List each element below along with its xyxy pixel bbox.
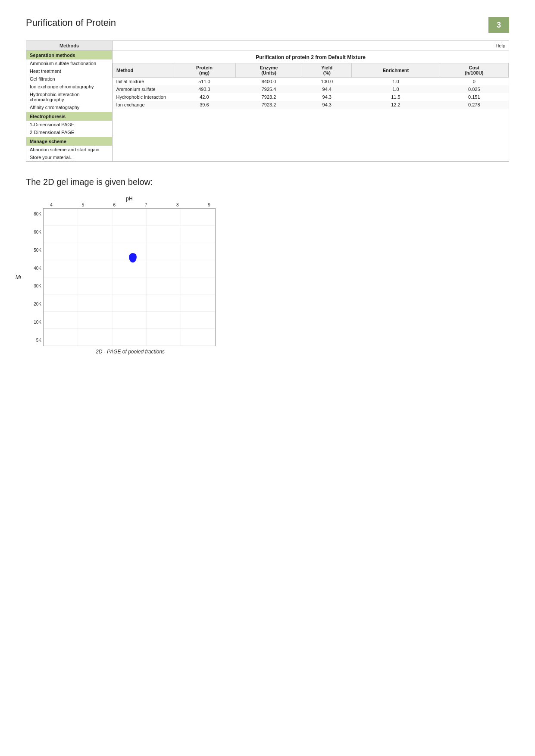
row-0-enrichment: 1.0 [352,78,440,86]
menu-affinity[interactable]: Affinity chromatography [26,103,112,111]
row-2-enzyme: 7923.2 [235,93,302,101]
row-0-protein: 511.0 [173,78,236,86]
gel-chart-container: pH 4 5 6 7 8 9 Mr 80K 60K [26,196,216,355]
col-header-enzyme: Enzyme(Units) [235,63,302,78]
y-tick-50k: 50K [34,248,41,253]
row-0-enzyme: 8400.0 [235,78,302,86]
row-2-method: Hydrophobic interaction [113,93,173,101]
y-tick-60k: 60K [34,230,41,234]
gel-section-title: The 2D gel image is given below: [26,177,509,187]
row-3-method: Ion exchange [113,101,173,109]
x-tick-4: 4 [45,203,58,207]
ph-label: pH [26,196,216,202]
row-2-cost: 0.151 [440,93,508,101]
purification-title: Purification of protein 2 from Default M… [113,51,509,63]
main-panel: Methods Separation methods Ammonium sulf… [26,41,509,162]
table-row: Initial mixture 511.0 8400.0 100.0 1.0 0 [113,78,509,86]
row-1-cost: 0.025 [440,85,508,93]
x-tick-6: 6 [108,203,121,207]
page-number: 3 [488,17,509,33]
row-2-enrichment: 11.5 [352,93,440,101]
menu-gel-filtration[interactable]: Gel filtration [26,75,112,83]
section-separation-methods[interactable]: Separation methods [26,51,112,59]
menu-hydrophobic[interactable]: Hydrophobic interaction chromatography [26,91,112,103]
y-tick-5k: 5K [36,338,41,343]
menu-abandon-scheme[interactable]: Abandon scheme and start again [26,146,112,153]
y-tick-30k: 30K [34,284,41,288]
menu-2d-page[interactable]: 2-Dimensional PAGE [26,128,112,136]
gel-grid [44,209,215,346]
section-electrophoresis[interactable]: Electrophoresis [26,112,112,121]
help-button[interactable]: Help [495,43,505,48]
section-manage-scheme[interactable]: Manage scheme [26,137,112,146]
content-panel: Help Purification of protein 2 from Defa… [113,41,509,161]
row-3-yield: 94.3 [302,101,352,109]
row-0-yield: 100.0 [302,78,352,86]
row-1-enrichment: 1.0 [352,85,440,93]
y-tick-10k: 10K [34,320,41,325]
y-tick-40k: 40K [34,266,41,271]
x-tick-7: 7 [140,203,153,207]
col-header-enrichment: Enrichment [352,63,440,78]
content-header: Help [113,41,509,51]
menu-ion-exchange[interactable]: Ion exchange chromatography [26,83,112,91]
methods-header: Methods [26,41,112,51]
row-0-cost: 0 [440,78,508,86]
mr-label: Mr [16,274,22,280]
row-1-protein: 493.3 [173,85,236,93]
row-3-enzyme: 7923.2 [235,101,302,109]
row-1-enzyme: 7925.4 [235,85,302,93]
y-tick-20k: 20K [34,302,41,306]
row-1-method: Ammonium sulfate [113,85,173,93]
row-3-protein: 39.6 [173,101,236,109]
menu-1d-page[interactable]: 1-Dimensional PAGE [26,121,112,128]
table-row: Ion exchange 39.6 7923.2 94.3 12.2 0.278 [113,101,509,109]
col-header-method: Method [113,63,173,78]
gel-section: The 2D gel image is given below: pH 4 5 … [26,177,509,355]
methods-panel: Methods Separation methods Ammonium sulf… [26,41,113,161]
table-row: Hydrophobic interaction 42.0 7923.2 94.3… [113,93,509,101]
row-2-protein: 42.0 [173,93,236,101]
x-tick-8: 8 [171,203,184,207]
table-row: Ammonium sulfate 493.3 7925.4 94.4 1.0 0… [113,85,509,93]
row-2-yield: 94.3 [302,93,352,101]
x-tick-9: 9 [203,203,216,207]
menu-heat-treatment[interactable]: Heat treatment [26,67,112,75]
page-title: Purification of Protein [26,17,509,28]
row-3-cost: 0.278 [440,101,508,109]
x-tick-5: 5 [76,203,89,207]
y-tick-80k: 80K [34,212,41,216]
col-header-protein: Protein(mg) [173,63,236,78]
col-header-yield: Yield(%) [302,63,352,78]
menu-store-material[interactable]: Store your material... [26,153,112,161]
row-0-method: Initial mixture [113,78,173,86]
gel-plot-area [43,208,216,346]
row-3-enrichment: 12.2 [352,101,440,109]
purification-table: Method Protein(mg) Enzyme(Units) Yield(%… [113,63,509,109]
col-header-cost: Cost(h/100U) [440,63,508,78]
row-1-yield: 94.4 [302,85,352,93]
menu-ammonium-sulfate[interactable]: Ammonium sulfate fractionation [26,59,112,67]
gel-caption: 2D - PAGE of pooled fractions [26,349,216,355]
